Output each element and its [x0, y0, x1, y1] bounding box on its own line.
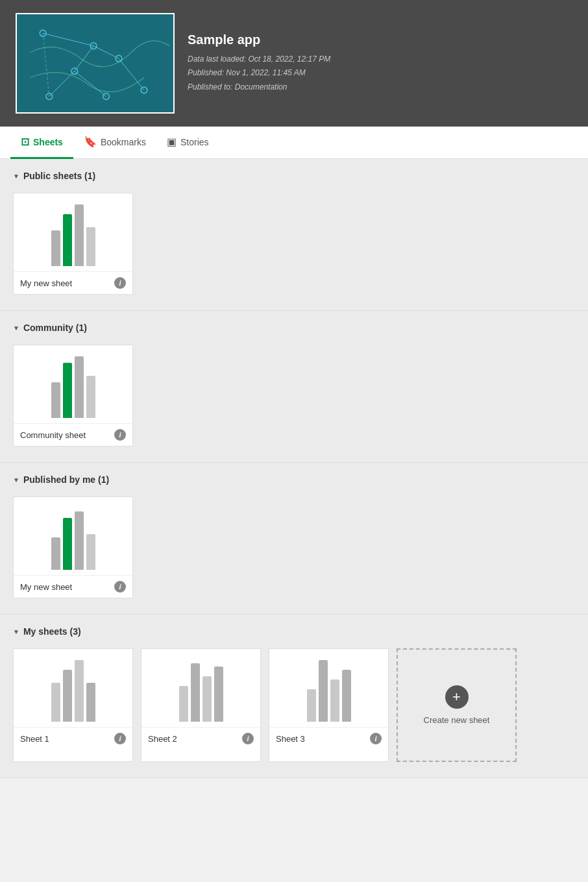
card-preview — [14, 193, 132, 271]
bar — [202, 676, 212, 722]
bar — [63, 363, 72, 418]
list-item[interactable]: Sheet 1 i — [13, 648, 133, 762]
sheet-name: Sheet 1 — [20, 734, 49, 744]
list-item[interactable]: My new sheet i — [13, 193, 133, 295]
bar — [63, 670, 72, 722]
list-item[interactable]: Community sheet i — [13, 345, 133, 447]
info-icon[interactable]: i — [114, 733, 126, 744]
section-header-community[interactable]: ▼ Community (1) — [13, 323, 575, 333]
bar — [86, 376, 95, 418]
tab-stories[interactable]: ▣ Stories — [156, 127, 219, 159]
section-header-my-sheets[interactable]: ▼ My sheets (3) — [13, 626, 575, 637]
list-item[interactable]: Sheet 3 i — [269, 648, 389, 762]
card-preview — [141, 649, 260, 727]
plus-icon: + — [445, 685, 469, 709]
section-published-by-me: ▼ Published by me (1) My new sheet i — [0, 463, 588, 615]
section-header-published-by-me[interactable]: ▼ Published by me (1) — [13, 474, 575, 485]
community-grid: Community sheet i — [13, 345, 575, 447]
sheet-name: My new sheet — [20, 278, 72, 288]
section-title-community: Community (1) — [23, 323, 87, 333]
published-by-me-grid: My new sheet i — [13, 496, 575, 598]
my-sheets-grid: Sheet 1 i Sheet 2 i — [13, 648, 575, 762]
bar — [330, 680, 339, 722]
card-label: Community sheet i — [14, 423, 132, 446]
sheet-name: Community sheet — [20, 430, 86, 440]
section-title-my-sheets: My sheets (3) — [23, 626, 81, 637]
bar — [75, 356, 84, 418]
section-header-public-sheets[interactable]: ▼ Public sheets (1) — [13, 171, 575, 181]
card-label: Sheet 3 i — [269, 727, 388, 750]
svg-rect-0 — [18, 14, 173, 112]
create-label: Create new sheet — [424, 715, 490, 725]
public-sheets-grid: My new sheet i — [13, 193, 575, 295]
published-to: Published to: Documentation — [188, 80, 330, 95]
bar — [51, 683, 60, 722]
section-my-sheets: ▼ My sheets (3) Sheet 1 i — [0, 615, 588, 778]
card-preview — [14, 649, 132, 727]
card-label: My new sheet i — [14, 575, 132, 598]
info-icon[interactable]: i — [370, 733, 382, 744]
sheet-name: Sheet 3 — [276, 734, 305, 744]
bar — [214, 667, 223, 722]
tab-sheets[interactable]: ⊡ Sheets — [10, 127, 73, 159]
section-title-published: Published by me (1) — [23, 474, 109, 485]
bar — [75, 660, 84, 722]
sheet-name: Sheet 2 — [148, 734, 177, 744]
list-item[interactable]: My new sheet i — [13, 496, 133, 598]
bar — [75, 204, 84, 266]
bar — [51, 382, 60, 418]
info-icon[interactable]: i — [114, 581, 126, 593]
chevron-icon-public: ▼ — [13, 173, 19, 180]
card-preview — [14, 345, 132, 423]
card-label: My new sheet i — [14, 271, 132, 294]
section-title-public: Public sheets (1) — [23, 171, 95, 181]
card-label: Sheet 1 i — [14, 727, 132, 750]
bar — [319, 660, 328, 722]
data-last-loaded: Data last loaded: Oct 18, 2022, 12:17 PM — [188, 53, 330, 67]
info-icon[interactable]: i — [114, 277, 126, 289]
bar — [86, 534, 95, 570]
tabs-bar: ⊡ Sheets 🔖 Bookmarks ▣ Stories — [0, 127, 588, 159]
bar — [51, 537, 60, 570]
bar — [342, 670, 351, 722]
info-icon[interactable]: i — [114, 429, 126, 441]
card-label: Sheet 2 i — [141, 727, 260, 750]
tab-bookmarks[interactable]: 🔖 Bookmarks — [73, 127, 156, 159]
bar — [307, 689, 316, 722]
card-preview — [14, 497, 132, 575]
section-community: ▼ Community (1) Community sheet i — [0, 311, 588, 463]
chevron-icon-my-sheets: ▼ — [13, 628, 19, 635]
content-area: ▼ Public sheets (1) My new sheet i ▼ C — [0, 159, 588, 778]
bar — [86, 227, 95, 266]
bar — [179, 686, 188, 722]
app-meta: Sample app Data last loaded: Oct 18, 202… — [188, 32, 330, 95]
chevron-icon-published: ▼ — [13, 476, 19, 484]
bar — [63, 518, 72, 570]
bar — [191, 663, 200, 722]
card-preview — [269, 649, 388, 727]
create-new-sheet-button[interactable]: + Create new sheet — [397, 648, 517, 762]
app-header: Sample app Data last loaded: Oct 18, 202… — [0, 0, 588, 127]
app-title: Sample app — [188, 32, 330, 47]
bar — [86, 683, 95, 722]
bar — [63, 214, 72, 266]
sheet-name: My new sheet — [20, 582, 72, 592]
published-date: Published: Nov 1, 2022, 11:45 AM — [188, 66, 330, 80]
bookmarks-icon: 🔖 — [84, 136, 97, 148]
bar — [75, 511, 84, 570]
stories-icon: ▣ — [167, 136, 177, 148]
section-public-sheets: ▼ Public sheets (1) My new sheet i — [0, 159, 588, 311]
info-icon[interactable]: i — [242, 733, 254, 744]
list-item[interactable]: Sheet 2 i — [141, 648, 261, 762]
bar — [51, 230, 60, 266]
sheets-icon: ⊡ — [21, 136, 29, 148]
chevron-icon-community: ▼ — [13, 325, 19, 332]
app-thumbnail — [16, 13, 175, 114]
